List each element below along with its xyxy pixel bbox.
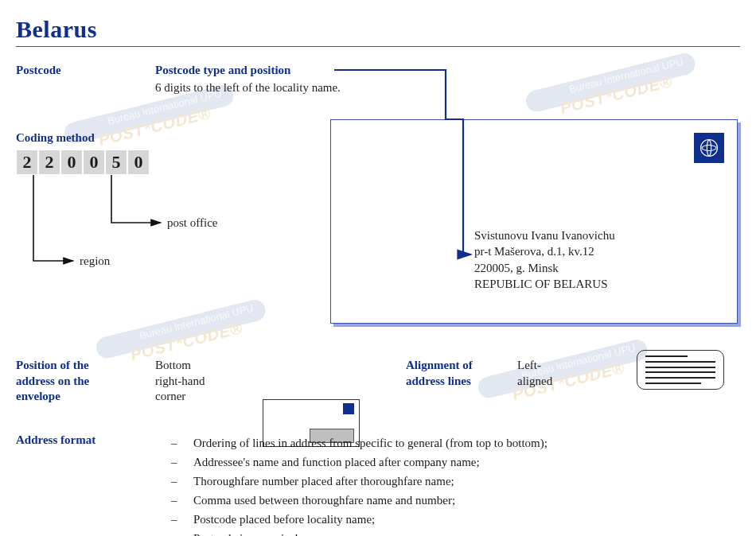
address-format-list: –Ordering of lines in address from speci… (171, 433, 548, 536)
address-line: REPUBLIC OF BELARUS (474, 276, 615, 292)
bullet-item: Comma used between thoroughfare name and… (193, 491, 455, 510)
digit: 0 (83, 150, 105, 175)
postcode-type-desc: 6 digits to the left of the locality nam… (155, 81, 341, 95)
watermark-org: Bureau international UPU (476, 337, 649, 400)
digit: 2 (38, 150, 60, 175)
alignment-value: Left- aligned (517, 358, 552, 389)
upu-stamp-icon (694, 133, 724, 163)
envelope-address: Svistunovu Ivanu Ivanovichu pr-t Mašerov… (474, 227, 615, 292)
alignment-label: Alignment of address lines (406, 358, 473, 389)
watermark-code: POST*CODE® (129, 313, 271, 364)
address-line: Svistunovu Ivanu Ivanovichu (474, 227, 615, 243)
bullet-item: Postcode is numerical. (193, 529, 301, 536)
bullet-item: Addressee's name and function placed aft… (193, 452, 480, 472)
coding-region-label: region (80, 254, 110, 268)
bullet-item: Ordering of lines in address from specif… (193, 433, 548, 452)
digit: 5 (105, 150, 127, 175)
envelope-example: Svistunovu Ivanu Ivanovichu pr-t Mašerov… (330, 119, 738, 324)
bullet-item: Thoroughfare number placed after thoroug… (193, 472, 454, 491)
watermark: Bureau international UPU POST*CODE® (524, 51, 700, 125)
page: Bureau international UPU POST*CODE® Bure… (16, 16, 740, 520)
address-format-label: Address format (16, 433, 95, 447)
coding-digits: 2 2 0 0 5 0 (16, 150, 150, 175)
mini-stamp-icon (343, 403, 354, 414)
postcode-label: Postcode (16, 64, 61, 77)
watermark: Bureau international UPU POST*CODE® (476, 337, 653, 411)
page-title: Belarus (16, 16, 740, 43)
svg-point-0 (701, 140, 718, 157)
address-line: pr-t Mašerova, d.1, kv.12 (474, 243, 615, 259)
watermark-code: POST*CODE® (559, 66, 700, 118)
address-line: 220005, g. Minsk (474, 260, 615, 276)
watermark-code: POST*CODE® (97, 98, 239, 150)
digit: 0 (127, 150, 150, 175)
left-align-icon (637, 350, 724, 390)
digit: 2 (16, 150, 38, 175)
watermark-org: Bureau international UPU (94, 297, 267, 360)
position-label: Position of the address on the envelope (16, 358, 89, 405)
digit: 0 (60, 150, 83, 175)
bullet-item: Postcode placed before locality name; (193, 510, 375, 529)
coding-method-label: Coding method (16, 131, 95, 145)
title-divider (16, 46, 740, 47)
coding-post-office-label: post office (167, 216, 217, 230)
postcode-type-label: Postcode type and position (155, 64, 290, 77)
watermark-org: Bureau international UPU (524, 51, 697, 114)
position-value: Bottom right-hand corner (155, 358, 205, 405)
